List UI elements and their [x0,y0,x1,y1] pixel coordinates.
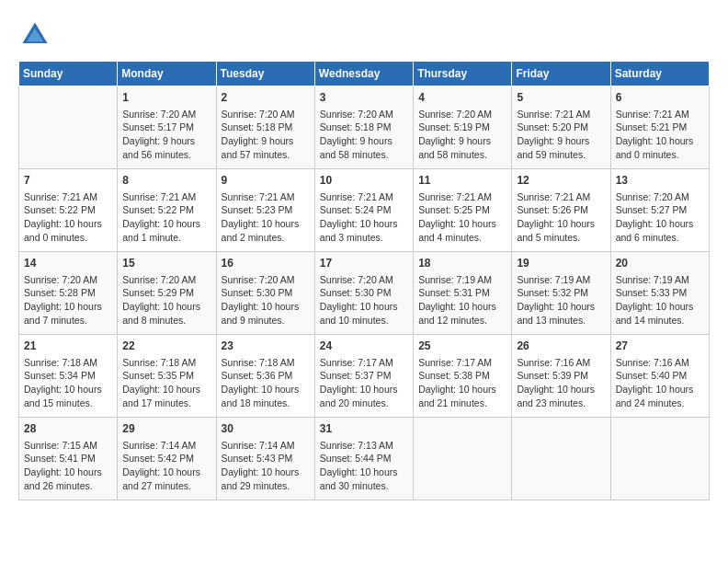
cell-info: Sunrise: 7:21 AM Sunset: 5:26 PM Dayligh… [517,190,605,245]
calendar-cell: 5Sunrise: 7:21 AM Sunset: 5:20 PM Daylig… [512,86,610,169]
calendar-cell: 31Sunrise: 7:13 AM Sunset: 5:44 PM Dayli… [314,418,413,500]
day-number: 26 [517,339,605,354]
calendar-cell: 8Sunrise: 7:21 AM Sunset: 5:22 PM Daylig… [118,169,216,252]
day-number: 15 [122,256,210,271]
day-number: 5 [517,90,605,106]
calendar-body: 1Sunrise: 7:20 AM Sunset: 5:17 PM Daylig… [19,86,710,500]
cell-info: Sunrise: 7:19 AM Sunset: 5:32 PM Dayligh… [517,273,605,327]
cell-info: Sunrise: 7:16 AM Sunset: 5:39 PM Dayligh… [517,356,605,410]
cell-info: Sunrise: 7:21 AM Sunset: 5:24 PM Dayligh… [320,190,408,245]
calendar-cell: 20Sunrise: 7:19 AM Sunset: 5:33 PM Dayli… [610,252,709,335]
day-number: 18 [418,256,506,271]
cell-info: Sunrise: 7:21 AM Sunset: 5:22 PM Dayligh… [24,190,112,245]
day-number: 14 [24,256,112,271]
cell-info: Sunrise: 7:20 AM Sunset: 5:18 PM Dayligh… [222,108,310,162]
calendar-cell: 10Sunrise: 7:21 AM Sunset: 5:24 PM Dayli… [314,169,413,252]
calendar-cell: 18Sunrise: 7:19 AM Sunset: 5:31 PM Dayli… [414,252,512,335]
cell-info: Sunrise: 7:20 AM Sunset: 5:18 PM Dayligh… [320,108,408,162]
cell-info: Sunrise: 7:20 AM Sunset: 5:19 PM Dayligh… [418,108,506,162]
calendar-cell: 29Sunrise: 7:14 AM Sunset: 5:42 PM Dayli… [118,418,216,500]
header-day-saturday: Saturday [610,62,709,86]
calendar-cell: 24Sunrise: 7:17 AM Sunset: 5:37 PM Dayli… [314,335,413,418]
day-number: 22 [122,339,210,354]
calendar-cell: 3Sunrise: 7:20 AM Sunset: 5:18 PM Daylig… [314,86,413,169]
day-number: 27 [616,339,704,354]
calendar-week-2: 14Sunrise: 7:20 AM Sunset: 5:28 PM Dayli… [19,252,710,335]
page-header [18,18,710,52]
cell-info: Sunrise: 7:14 AM Sunset: 5:42 PM Dayligh… [122,439,210,493]
day-number: 11 [418,173,506,189]
day-number: 23 [222,339,310,354]
logo [18,18,55,52]
calendar-cell: 2Sunrise: 7:20 AM Sunset: 5:18 PM Daylig… [216,86,314,169]
cell-info: Sunrise: 7:18 AM Sunset: 5:35 PM Dayligh… [122,356,210,410]
cell-info: Sunrise: 7:15 AM Sunset: 5:41 PM Dayligh… [24,439,112,493]
calendar-week-3: 21Sunrise: 7:18 AM Sunset: 5:34 PM Dayli… [19,335,710,418]
calendar-cell: 6Sunrise: 7:21 AM Sunset: 5:21 PM Daylig… [610,86,709,169]
header-day-monday: Monday [118,62,216,86]
calendar-cell: 27Sunrise: 7:16 AM Sunset: 5:40 PM Dayli… [610,335,709,418]
cell-info: Sunrise: 7:18 AM Sunset: 5:34 PM Dayligh… [24,356,112,410]
cell-info: Sunrise: 7:20 AM Sunset: 5:29 PM Dayligh… [122,273,210,327]
day-number: 20 [616,256,704,271]
calendar-cell [610,418,709,500]
calendar-cell: 4Sunrise: 7:20 AM Sunset: 5:19 PM Daylig… [414,86,512,169]
day-number: 16 [222,256,310,271]
header-day-wednesday: Wednesday [314,62,413,86]
day-number: 24 [320,339,408,354]
calendar-cell: 23Sunrise: 7:18 AM Sunset: 5:36 PM Dayli… [216,335,314,418]
calendar-cell: 16Sunrise: 7:20 AM Sunset: 5:30 PM Dayli… [216,252,314,335]
day-number: 21 [24,339,112,354]
calendar-cell: 30Sunrise: 7:14 AM Sunset: 5:43 PM Dayli… [216,418,314,500]
cell-info: Sunrise: 7:20 AM Sunset: 5:28 PM Dayligh… [24,273,112,327]
calendar-cell: 25Sunrise: 7:17 AM Sunset: 5:38 PM Dayli… [414,335,512,418]
calendar-cell [414,418,512,500]
calendar-week-4: 28Sunrise: 7:15 AM Sunset: 5:41 PM Dayli… [19,418,710,500]
header-day-sunday: Sunday [19,62,118,86]
calendar-cell: 1Sunrise: 7:20 AM Sunset: 5:17 PM Daylig… [118,86,216,169]
day-number: 8 [122,173,210,189]
cell-info: Sunrise: 7:21 AM Sunset: 5:23 PM Dayligh… [222,190,310,245]
day-number: 13 [616,173,704,189]
day-number: 10 [320,173,408,189]
day-number: 7 [24,173,112,189]
calendar-cell: 9Sunrise: 7:21 AM Sunset: 5:23 PM Daylig… [216,169,314,252]
calendar-week-1: 7Sunrise: 7:21 AM Sunset: 5:22 PM Daylig… [19,169,710,252]
calendar-cell: 22Sunrise: 7:18 AM Sunset: 5:35 PM Dayli… [118,335,216,418]
day-number: 4 [418,90,506,106]
header-day-tuesday: Tuesday [216,62,314,86]
calendar-cell: 17Sunrise: 7:20 AM Sunset: 5:30 PM Dayli… [314,252,413,335]
cell-info: Sunrise: 7:18 AM Sunset: 5:36 PM Dayligh… [222,356,310,410]
cell-info: Sunrise: 7:21 AM Sunset: 5:20 PM Dayligh… [517,108,605,162]
day-number: 29 [122,421,210,437]
cell-info: Sunrise: 7:14 AM Sunset: 5:43 PM Dayligh… [222,439,310,493]
calendar-table: SundayMondayTuesdayWednesdayThursdayFrid… [18,61,710,500]
day-number: 3 [320,90,408,106]
cell-info: Sunrise: 7:13 AM Sunset: 5:44 PM Dayligh… [320,439,408,493]
header-row: SundayMondayTuesdayWednesdayThursdayFrid… [19,62,710,86]
calendar-cell: 21Sunrise: 7:18 AM Sunset: 5:34 PM Dayli… [19,335,118,418]
logo-icon [18,18,51,52]
day-number: 17 [320,256,408,271]
cell-info: Sunrise: 7:20 AM Sunset: 5:17 PM Dayligh… [122,108,210,162]
day-number: 9 [222,173,310,189]
day-number: 6 [616,90,704,106]
calendar-header: SundayMondayTuesdayWednesdayThursdayFrid… [19,62,710,86]
calendar-cell [19,86,118,169]
cell-info: Sunrise: 7:19 AM Sunset: 5:33 PM Dayligh… [616,273,704,327]
cell-info: Sunrise: 7:21 AM Sunset: 5:22 PM Dayligh… [122,190,210,245]
day-number: 1 [122,90,210,106]
header-day-friday: Friday [512,62,610,86]
calendar-cell: 26Sunrise: 7:16 AM Sunset: 5:39 PM Dayli… [512,335,610,418]
calendar-cell: 12Sunrise: 7:21 AM Sunset: 5:26 PM Dayli… [512,169,610,252]
calendar-cell: 19Sunrise: 7:19 AM Sunset: 5:32 PM Dayli… [512,252,610,335]
calendar-cell: 7Sunrise: 7:21 AM Sunset: 5:22 PM Daylig… [19,169,118,252]
calendar-cell: 11Sunrise: 7:21 AM Sunset: 5:25 PM Dayli… [414,169,512,252]
calendar-cell: 15Sunrise: 7:20 AM Sunset: 5:29 PM Dayli… [118,252,216,335]
cell-info: Sunrise: 7:21 AM Sunset: 5:25 PM Dayligh… [418,190,506,245]
day-number: 2 [222,90,310,106]
cell-info: Sunrise: 7:21 AM Sunset: 5:21 PM Dayligh… [616,108,704,162]
day-number: 19 [517,256,605,271]
header-day-thursday: Thursday [414,62,512,86]
cell-info: Sunrise: 7:20 AM Sunset: 5:30 PM Dayligh… [320,273,408,327]
